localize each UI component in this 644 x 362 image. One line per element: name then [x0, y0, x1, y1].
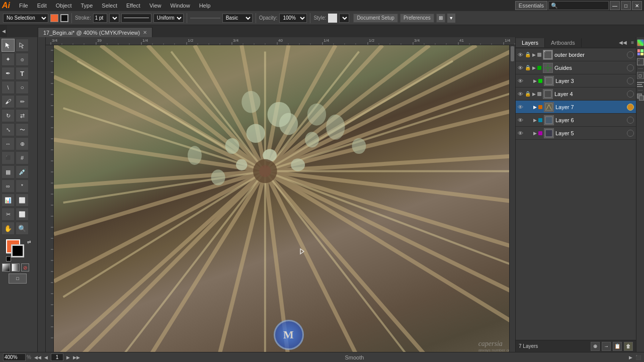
- selection-tool[interactable]: [2, 39, 15, 52]
- stroke-style-select[interactable]: Uniform: [153, 14, 184, 23]
- hand-tool[interactable]: ✋: [2, 222, 15, 235]
- transform-panel-icon[interactable]: ◻: [637, 72, 644, 79]
- options-flyout[interactable]: ▼: [447, 14, 455, 23]
- eyedropper-tool[interactable]: 💉: [16, 165, 29, 178]
- menu-file[interactable]: File: [15, 2, 32, 10]
- layer-expand-4[interactable]: ▶: [532, 92, 536, 97]
- workspace-selector[interactable]: Essentials: [515, 1, 547, 10]
- eraser-tool[interactable]: ⬜: [16, 208, 29, 221]
- pencil-tool[interactable]: ✏: [16, 95, 29, 108]
- screen-mode-button[interactable]: □: [9, 274, 29, 284]
- stroke-value-input[interactable]: [93, 14, 107, 23]
- nav-prev[interactable]: ◀: [44, 355, 48, 360]
- layer-lock-7[interactable]: 🔒: [525, 104, 532, 110]
- layer-expand-outer-border[interactable]: ▶: [532, 52, 536, 57]
- create-layer-button[interactable]: 📋: [613, 342, 622, 351]
- zoom-input[interactable]: [3, 353, 26, 361]
- layer-visibility-3[interactable]: 👁: [518, 78, 523, 84]
- layer-lock-outer-border[interactable]: 🔒: [525, 52, 531, 57]
- magic-wand-tool[interactable]: ✦: [2, 53, 15, 66]
- layer-visibility-4[interactable]: 👁: [518, 91, 523, 97]
- stroke-type-select[interactable]: ▼: [109, 14, 119, 23]
- layer-expand-7[interactable]: ▶: [533, 105, 537, 110]
- layer-visibility-6[interactable]: 👁: [518, 117, 523, 123]
- document-setup-button[interactable]: Document Setup: [353, 14, 398, 23]
- gradient-color-icon[interactable]: [12, 263, 20, 272]
- layer-row-7[interactable]: 👁 🔒 ▶ Layer 7: [516, 101, 636, 114]
- panel-collapse-button[interactable]: ◀◀: [617, 40, 629, 45]
- scale-tool[interactable]: ⤡: [2, 123, 15, 136]
- swatches-panel-icon[interactable]: [637, 49, 643, 55]
- layer-lock-5[interactable]: 🔒: [525, 130, 532, 136]
- opacity-select[interactable]: 100%: [279, 14, 307, 23]
- shape-builder-tool[interactable]: ⊕: [16, 137, 29, 150]
- vertical-scrollbar[interactable]: [509, 45, 515, 352]
- line-tool[interactable]: \: [2, 81, 15, 94]
- menu-help[interactable]: Help: [195, 2, 215, 10]
- layer-row-6[interactable]: 👁 🔒 ▶ Layer 6: [516, 114, 636, 127]
- pathfinder-panel-icon[interactable]: [637, 94, 644, 101]
- mesh-tool[interactable]: #: [16, 151, 29, 164]
- layer-expand-6[interactable]: ▶: [533, 118, 537, 123]
- nav-next[interactable]: ▶: [66, 355, 70, 360]
- layer-lock-3[interactable]: 🔒: [525, 78, 532, 83]
- menu-select[interactable]: Select: [98, 2, 121, 10]
- none-color-icon[interactable]: ⊘: [21, 263, 29, 272]
- stroke-color-box[interactable]: [11, 244, 24, 257]
- panel-menu-button[interactable]: ≡: [629, 40, 636, 45]
- new-sublayer-button[interactable]: ⊕: [591, 342, 600, 351]
- delete-layer-button[interactable]: 🗑: [624, 342, 633, 351]
- layer-row-3[interactable]: 👁 🔒 ▶ Layer 3: [516, 74, 636, 87]
- menu-object[interactable]: Object: [52, 2, 76, 10]
- width-tool[interactable]: ↔: [2, 137, 15, 150]
- stroke-panel-icon[interactable]: ⬛: [637, 58, 644, 65]
- fill-swatch[interactable]: [50, 14, 58, 22]
- nav-last[interactable]: ▶▶: [73, 355, 80, 360]
- nav-stop[interactable]: ⬛: [635, 355, 641, 360]
- artboard-tool[interactable]: ⬜: [16, 194, 29, 207]
- layer-expand-3[interactable]: ▶: [533, 78, 537, 83]
- style-select[interactable]: ▼: [339, 14, 349, 23]
- arrange-icon[interactable]: ⊞: [436, 14, 445, 23]
- stroke-dash-select[interactable]: Basic: [222, 14, 253, 23]
- layer-visibility-outer-border[interactable]: 👁: [518, 52, 523, 58]
- tab-close-button[interactable]: ✕: [143, 30, 147, 35]
- nav-first[interactable]: ◀◀: [34, 355, 41, 360]
- menu-type[interactable]: Type: [77, 2, 97, 10]
- blend-tool[interactable]: ∞: [2, 179, 15, 193]
- default-colors-icon[interactable]: [6, 256, 11, 261]
- solid-color-icon[interactable]: [2, 263, 10, 272]
- preferences-button[interactable]: Preferences: [400, 14, 434, 23]
- search-icon[interactable]: 🔍: [548, 1, 609, 10]
- layer-row-4[interactable]: 👁 🔒 ▶ Layer 4: [516, 87, 636, 101]
- layer-expand-5[interactable]: ▶: [533, 131, 537, 136]
- close-button[interactable]: ✕: [632, 1, 642, 10]
- layer-row-5[interactable]: 👁 🔒 ▶ Layer 5: [516, 127, 636, 140]
- selection-dropdown[interactable]: No Selection: [3, 14, 48, 23]
- layer-visibility-guides[interactable]: 👁: [518, 65, 523, 71]
- tab-layers[interactable]: Layers: [516, 38, 545, 47]
- direct-selection-tool[interactable]: [16, 39, 29, 52]
- layer-lock-6[interactable]: 🔒: [525, 117, 532, 123]
- align-panel-icon[interactable]: [637, 82, 644, 87]
- layer-expand-guides[interactable]: ▶: [532, 65, 536, 70]
- layer-row-outer-border[interactable]: 👁 🔒 ▶ outer border: [516, 48, 636, 61]
- layer-row-guides[interactable]: 👁 🔒 ▶ Guides: [516, 61, 636, 74]
- minimize-button[interactable]: —: [610, 1, 620, 10]
- pen-tool[interactable]: ✒: [2, 67, 15, 80]
- type-tool[interactable]: T: [16, 67, 29, 80]
- layer-lock-4[interactable]: 🔒: [525, 91, 531, 97]
- ellipse-tool[interactable]: ○: [16, 81, 29, 94]
- menu-view[interactable]: View: [145, 2, 166, 10]
- layer-visibility-7[interactable]: 👁: [518, 104, 523, 110]
- stroke-swatch[interactable]: [60, 14, 68, 22]
- document-tab[interactable]: 17_Begin.ai* @ 400% (CMYK/Preview) ✕: [38, 27, 152, 37]
- rotate-tool[interactable]: ↻: [2, 109, 15, 122]
- gradient-tool[interactable]: ▦: [2, 165, 15, 178]
- nav-arrow-right[interactable]: ▶: [629, 355, 632, 360]
- swap-colors-icon[interactable]: ⇄: [27, 239, 31, 244]
- paintbrush-tool[interactable]: 🖌: [2, 95, 15, 108]
- symbol-tool[interactable]: *: [16, 179, 29, 193]
- layer-visibility-5[interactable]: 👁: [518, 130, 523, 136]
- column-graph-tool[interactable]: 📊: [2, 194, 15, 207]
